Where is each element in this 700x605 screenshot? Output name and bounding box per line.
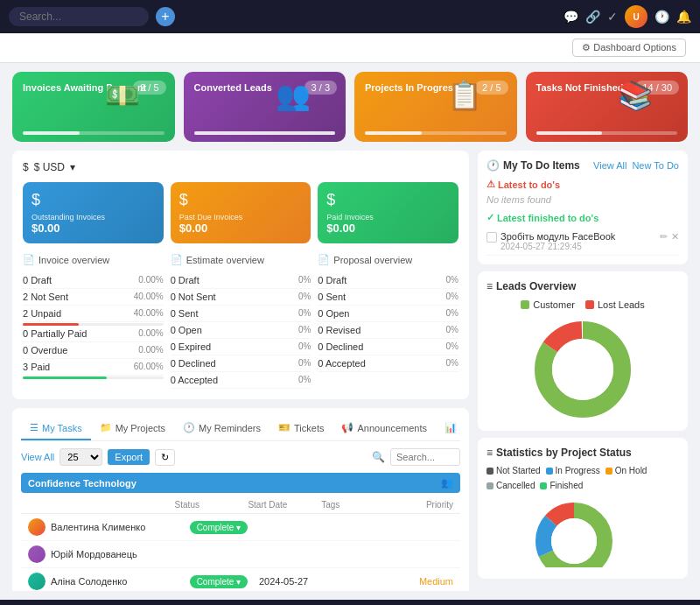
in-progress-dot bbox=[546, 468, 553, 475]
check-icon[interactable]: ✓ bbox=[607, 10, 618, 24]
invoice-section: $ $ USD ▾ $ Outstanding Invoices $0.00 $… bbox=[12, 151, 469, 399]
projects-card[interactable]: Projects In Progress 2 / 5 📋 bbox=[354, 72, 517, 142]
tab-my-reminders[interactable]: 🕐 My Reminders bbox=[174, 417, 270, 440]
leads-title: ≡ Leads Overview bbox=[486, 280, 576, 292]
task-controls: View All 25 50 100 Export ↻ 🔍 bbox=[21, 448, 460, 466]
table-row: Юрій Мордованець bbox=[21, 541, 460, 568]
task-name: Валентина Клименко bbox=[51, 522, 190, 532]
tab-tickets[interactable]: 🎫 Tickets bbox=[270, 417, 332, 440]
overview-tables: 📄 Invoice overview 0 Draft 0.00% 2 Not S… bbox=[23, 254, 458, 389]
delete-icon[interactable]: ✕ bbox=[671, 231, 679, 243]
outstanding-invoices-card[interactable]: $ Outstanding Invoices $0.00 bbox=[23, 182, 164, 243]
warning-icon: ⚠ bbox=[486, 179, 495, 190]
finished-dot bbox=[540, 482, 547, 489]
list-item: 0 Partially Paid 0.00% bbox=[23, 326, 164, 342]
table-row: Валентина Клименко Complete▾ bbox=[21, 514, 460, 541]
stats-donut-chart bbox=[486, 497, 662, 567]
estimate-doc-icon: 📄 bbox=[171, 254, 183, 265]
add-button[interactable]: + bbox=[156, 7, 175, 26]
status-badge[interactable]: Complete▾ bbox=[190, 575, 248, 588]
team-icon: 👥 bbox=[441, 477, 453, 489]
todo-empty-text: No items found bbox=[486, 194, 679, 205]
task-search-input[interactable] bbox=[390, 448, 460, 466]
outstanding-label: Outstanding Invoices bbox=[32, 213, 155, 222]
bell-icon[interactable]: 🔔 bbox=[676, 10, 691, 24]
legend-customer: Customer bbox=[521, 299, 575, 310]
legend-cancelled: Cancelled bbox=[486, 481, 535, 490]
leads-progress-bar bbox=[194, 131, 336, 135]
view-all-button[interactable]: View All bbox=[21, 452, 54, 462]
list-item: 0 Not Sent 0% bbox=[171, 289, 312, 306]
tasks-progress-bar bbox=[536, 131, 678, 135]
proposal-overview: 📄 Proposal overview 0 Draft 0% 0 Sent 0%… bbox=[318, 254, 458, 389]
avatar[interactable]: U bbox=[625, 5, 648, 28]
clock-icon[interactable]: 🕐 bbox=[654, 10, 669, 24]
invoices-card-icon: 💵 bbox=[105, 79, 140, 112]
stats-icon: ≡ bbox=[486, 447, 493, 459]
todo-new[interactable]: New To Do bbox=[632, 160, 679, 171]
edit-icon[interactable]: ✏ bbox=[660, 231, 668, 243]
tab-latest-activity[interactable]: 📊 Latest Activity bbox=[436, 417, 460, 440]
avatar bbox=[28, 545, 46, 563]
right-panel: 🕐 My To Do Items View All New To Do ⚠ La… bbox=[478, 151, 688, 591]
col-task bbox=[28, 500, 175, 510]
list-item: 0 Draft 0% bbox=[171, 272, 312, 289]
avatar bbox=[28, 518, 46, 536]
invoice-doc-icon: 📄 bbox=[23, 254, 35, 265]
leads-card-icon: 👥 bbox=[276, 79, 311, 112]
latest-todos-title: ⚠ Latest to do's bbox=[486, 179, 679, 190]
todo-checkbox[interactable] bbox=[486, 232, 497, 243]
dashboard-options-button[interactable]: ⚙ Dashboard Options bbox=[572, 39, 686, 57]
todo-date: 2024-05-27 21:29:45 bbox=[500, 242, 656, 251]
avatar bbox=[28, 573, 46, 590]
my-projects-icon: 📁 bbox=[100, 422, 112, 433]
legend-lost: Lost Leads bbox=[585, 299, 645, 310]
estimate-overview: 📄 Estimate overview 0 Draft 0% 0 Not Sen… bbox=[171, 254, 312, 389]
list-item: 0 Open 0% bbox=[171, 322, 312, 339]
status-badge[interactable]: Complete▾ bbox=[190, 521, 248, 534]
list-item: 3 Paid 60.00% bbox=[23, 359, 164, 376]
finished-todos-title: ✓ Latest finished to do's bbox=[486, 212, 679, 223]
todo-view-all[interactable]: View All bbox=[593, 160, 626, 171]
refresh-button[interactable]: ↻ bbox=[155, 449, 175, 466]
tasks-tabs: ☰ My Tasks 📁 My Projects 🕐 My Reminders … bbox=[21, 417, 460, 441]
export-button[interactable]: Export bbox=[108, 449, 150, 465]
currency-symbol: $ bbox=[23, 161, 29, 173]
tasks-card[interactable]: Tasks Not Finished 14 / 30 📚 bbox=[526, 72, 689, 142]
chat-icon[interactable]: 💬 bbox=[564, 10, 578, 24]
top-navigation: + 💬 🔗 ✓ U 🕐 🔔 bbox=[0, 0, 700, 33]
past-due-amount: $0.00 bbox=[179, 222, 303, 235]
list-item: 0 Declined 0% bbox=[171, 355, 312, 372]
stats-header: ≡ Statistics by Project Status bbox=[486, 447, 679, 459]
past-due-invoices-card[interactable]: $ Past Due Invoices $0.00 bbox=[171, 182, 312, 243]
list-item: 0 Declined 0% bbox=[318, 339, 458, 355]
per-page-select[interactable]: 25 50 100 bbox=[60, 448, 102, 466]
tab-my-tasks[interactable]: ☰ My Tasks bbox=[21, 417, 91, 440]
cancelled-dot bbox=[486, 482, 494, 489]
share-icon[interactable]: 🔗 bbox=[585, 10, 600, 24]
paid-invoices-card[interactable]: $ Paid Invoices $0.00 bbox=[318, 182, 458, 243]
search-input[interactable] bbox=[9, 7, 149, 26]
on-hold-dot bbox=[606, 468, 612, 475]
col-tags: Tags bbox=[321, 500, 395, 510]
tab-announcements[interactable]: 📢 Announcements bbox=[332, 417, 436, 440]
currency-dropdown[interactable]: $ USD bbox=[34, 161, 65, 173]
currency-chevron: ▾ bbox=[70, 161, 75, 173]
invoices-card[interactable]: Invoices Awaiting Payment 2 / 5 💵 bbox=[12, 72, 175, 142]
search-icon: 🔍 bbox=[372, 451, 385, 463]
leads-card[interactable]: Converted Leads 3 / 3 👥 bbox=[184, 72, 346, 142]
list-item: 0 Draft 0.00% bbox=[23, 272, 164, 289]
customer-dot bbox=[521, 300, 529, 309]
options-bar: ⚙ Dashboard Options bbox=[0, 33, 700, 63]
task-date: 2024-05-27 bbox=[259, 576, 328, 587]
todo-actions: ✏ ✕ bbox=[660, 231, 679, 243]
announcements-icon: 📢 bbox=[341, 422, 354, 433]
list-item: 0 Draft 0% bbox=[318, 272, 458, 289]
invoice-cards: $ Outstanding Invoices $0.00 $ Past Due … bbox=[23, 182, 458, 243]
tab-my-projects[interactable]: 📁 My Projects bbox=[91, 417, 174, 440]
task-status[interactable]: Complete▾ bbox=[190, 575, 259, 588]
task-status[interactable]: Complete▾ bbox=[190, 521, 259, 534]
list-item: 2 Unpaid 40.00% bbox=[23, 306, 164, 322]
stats-panel: ≡ Statistics by Project Status Not Start… bbox=[478, 438, 688, 579]
col-priority: Priority bbox=[395, 500, 453, 510]
